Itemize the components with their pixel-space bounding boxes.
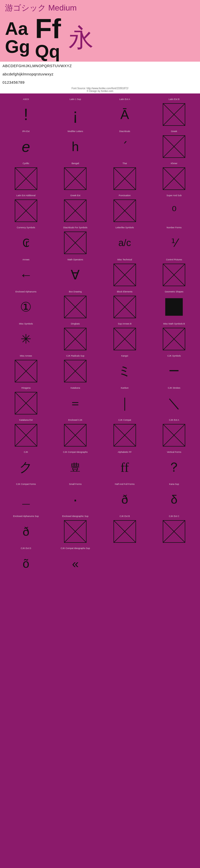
cell-content-28: ✳ bbox=[13, 327, 39, 351]
cell-content-49: · bbox=[63, 487, 88, 512]
grid-cell-40: Katakana Ext bbox=[1, 417, 51, 449]
cell-label-29: Dingbats bbox=[71, 322, 80, 326]
grid-cell-52: Enclosed Alphanums Supð bbox=[1, 513, 51, 545]
crossed-box-14 bbox=[114, 199, 136, 222]
grid-cell-31: Misc Math Symbols B bbox=[150, 320, 199, 352]
crossed-box-30 bbox=[114, 328, 136, 350]
grid-cell-4: IPA Exte bbox=[1, 128, 51, 160]
crossed-box-26 bbox=[114, 296, 136, 318]
cell-label-26: Block Elements bbox=[117, 290, 132, 293]
cell-label-17: Diacriticals For Symbols bbox=[63, 226, 87, 229]
cell-label-57: CJK Compat Ideographs Sup bbox=[61, 547, 90, 550]
grid-cell-45: CJK Compat Ideographs豊 bbox=[51, 449, 100, 481]
cell-label-34: Kangxi bbox=[121, 354, 128, 358]
grid-cell-42: CJK Compat bbox=[100, 417, 150, 449]
cell-label-10: Thai bbox=[122, 162, 127, 165]
cell-content-57: « bbox=[63, 551, 88, 576]
crossed-box-10 bbox=[114, 167, 136, 190]
cell-content-4: e bbox=[13, 134, 39, 159]
grid-cell-1: Latin 1 Sup¡ bbox=[51, 96, 100, 128]
cell-content-38: ｜ bbox=[112, 391, 137, 416]
cell-content-14 bbox=[112, 198, 137, 223]
cell-label-45: CJK Compat Ideographs bbox=[63, 451, 88, 454]
cell-content-39: ＼ bbox=[161, 391, 187, 416]
cell-label-9: Bengali bbox=[72, 162, 79, 165]
grid-cell-54: CJK Ext B bbox=[100, 513, 150, 545]
grid-cell-25: Box Drawing bbox=[51, 288, 100, 320]
cell-label-6: Diacriticals bbox=[119, 130, 130, 133]
large-kanji: 永 bbox=[69, 24, 93, 52]
grid-cell-26: Block Elements bbox=[100, 288, 150, 320]
grid-cell-15: Super And Sub⁰ bbox=[150, 192, 199, 224]
glyph-grid: ASCII!Latin 1 Sup¡Latin Ext AĀLatin Ext … bbox=[0, 93, 200, 580]
large-ff: Ff bbox=[35, 15, 61, 42]
grid-cell-16: Currency Symbols₢ bbox=[1, 224, 51, 256]
cell-content-48: ＿ bbox=[13, 487, 39, 512]
grid-cell-51: Kana Supδ bbox=[150, 481, 199, 513]
cell-content-9 bbox=[63, 166, 88, 191]
grid-cell-56: CJK Ext Dõ bbox=[1, 545, 51, 577]
cell-label-52: Enclosed Alphanums Sup bbox=[13, 515, 39, 518]
cell-label-30: Sup Arrows B bbox=[118, 322, 131, 326]
grid-cell-18: Letterlike Symbolsa/c bbox=[100, 224, 150, 256]
cell-content-8 bbox=[13, 166, 39, 191]
large-chars-row: Aa Gg Ff Qq 永 bbox=[5, 15, 195, 60]
cell-content-31 bbox=[161, 327, 187, 351]
grid-cell-28: Misc Symbols✳ bbox=[1, 320, 51, 352]
grid-cell-39: CJK Strokes＼ bbox=[150, 385, 199, 417]
large-aa: Aa bbox=[5, 20, 30, 38]
cell-label-41: Enclosed CJK bbox=[68, 419, 82, 422]
cell-label-51: Kana Sup bbox=[169, 483, 179, 486]
crossed-box-13 bbox=[64, 199, 86, 222]
cell-content-25 bbox=[63, 294, 88, 319]
grid-cell-0: ASCII! bbox=[1, 96, 51, 128]
large-qq: Qq bbox=[35, 42, 61, 60]
cell-content-52: ð bbox=[13, 519, 39, 544]
grid-cell-46: Alphabetic FFff bbox=[100, 449, 150, 481]
grid-cell-38: Kanbun｜ bbox=[100, 385, 150, 417]
black-square-27 bbox=[165, 298, 183, 316]
cell-label-4: IPA Ext bbox=[22, 130, 30, 133]
crossed-box-9 bbox=[64, 167, 86, 190]
grid-cell-20: Arrows← bbox=[1, 256, 51, 288]
grid-cell-10: Thai bbox=[100, 160, 150, 192]
large-gg: Gg bbox=[5, 38, 30, 56]
crossed-box-54 bbox=[114, 520, 136, 543]
cell-content-47: ？ bbox=[161, 455, 187, 480]
grid-cell-35: CJK Symbolsー bbox=[150, 352, 199, 385]
cell-content-50: ð bbox=[112, 487, 137, 512]
cell-content-19: ⅟ bbox=[161, 230, 187, 255]
cell-content-7 bbox=[161, 134, 187, 159]
cell-label-42: CJK Compat bbox=[118, 419, 131, 422]
cell-content-18: a/c bbox=[112, 230, 137, 255]
crossed-box-36 bbox=[15, 392, 37, 414]
cell-label-35: CJK Symbols bbox=[167, 354, 181, 358]
cell-content-0: ! bbox=[13, 102, 39, 127]
header-section: 游ゴシック Medium Aa Gg Ff Qq 永 bbox=[0, 0, 200, 62]
cell-label-50: Half And Full Forms bbox=[115, 483, 134, 486]
cell-content-3 bbox=[161, 102, 187, 127]
cell-label-38: Kanbun bbox=[121, 386, 128, 390]
crossed-box-3 bbox=[163, 103, 185, 126]
cell-label-2: Latin Ext A bbox=[119, 98, 130, 101]
cell-content-46: ff bbox=[112, 455, 137, 480]
digits: 0123456789 bbox=[0, 78, 200, 87]
cell-label-13: Greek Ext bbox=[70, 194, 80, 197]
grid-cell-27: Geometric Shapes bbox=[150, 288, 199, 320]
crossed-box-12 bbox=[15, 199, 37, 222]
grid-cell-44: CJKク bbox=[1, 449, 51, 481]
cell-content-37: ＝ bbox=[63, 391, 88, 416]
cell-label-40: Katakana Ext bbox=[19, 419, 33, 422]
crossed-box-31 bbox=[163, 328, 185, 350]
crossed-box-41 bbox=[64, 424, 86, 446]
grid-cell-13: Greek Ext bbox=[51, 192, 100, 224]
crossed-box-53 bbox=[64, 520, 86, 543]
cell-label-46: Alphabetic FF bbox=[118, 451, 132, 454]
crossed-box-17 bbox=[64, 231, 86, 254]
grid-cell-37: Katakana＝ bbox=[51, 385, 100, 417]
grid-cell-8: Cyrillic bbox=[1, 160, 51, 192]
cell-content-26 bbox=[112, 294, 137, 319]
grid-cell-48: CJK Compat Forms＿ bbox=[1, 481, 51, 513]
cell-content-41 bbox=[63, 423, 88, 448]
cell-label-7: Greek bbox=[171, 130, 177, 133]
